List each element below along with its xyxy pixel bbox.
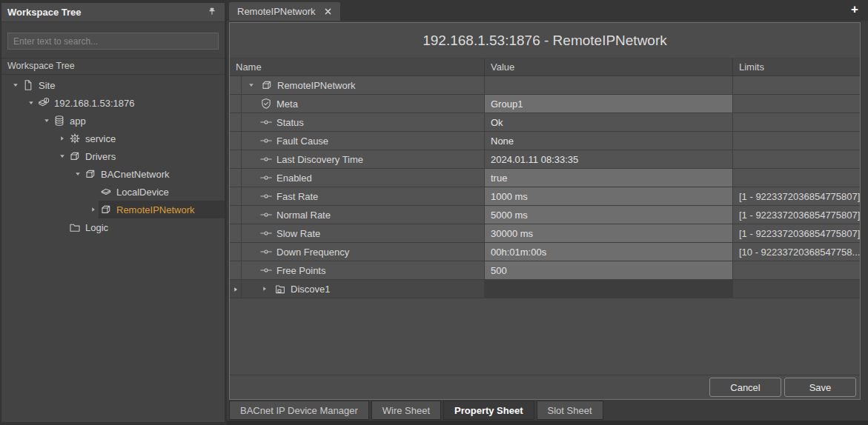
chevron-down-icon[interactable] (42, 116, 52, 126)
row-gutter (230, 95, 242, 113)
property-row[interactable]: Down Frequency00h:01m:00s[10 - 922337203… (230, 243, 860, 261)
tab-label: RemoteIPNetwork (237, 6, 315, 17)
tab-remoteipnetwork[interactable]: RemoteIPNetwork (229, 2, 340, 21)
property-name-cell: Fault Cause (242, 132, 485, 150)
property-value[interactable]: 500 (485, 261, 733, 279)
chevron-right-icon[interactable] (259, 284, 270, 294)
cancel-button[interactable]: Cancel (709, 378, 781, 397)
property-name-cell: Discove1 (242, 280, 485, 298)
view-tab-bacnet-ip-device-manager[interactable]: BACnet IP Device Manager (229, 401, 369, 420)
tree-item-body: Drivers (67, 147, 225, 165)
property-row[interactable]: Slow Rate30000 ms[1 - 922337203685477580… (230, 224, 860, 243)
search-input[interactable] (7, 33, 219, 50)
property-limits: [10 - 92233720368547758...] (733, 243, 860, 261)
property-sheet-panel: 192.168.1.53:1876 - RemoteIPNetwork Name… (229, 22, 861, 400)
property-row[interactable]: Normal Rate5000 ms[1 - 92233720368547758… (230, 206, 860, 224)
view-tab-wire-sheet[interactable]: Wire Sheet (371, 401, 441, 420)
chevron-down-icon[interactable] (246, 80, 256, 90)
property-value[interactable]: 00h:01m:00s (485, 243, 733, 261)
view-tab-property-sheet[interactable]: Property Sheet (443, 401, 534, 420)
property-table: Name Value Limits RemoteIPNetworkMetaGro… (230, 58, 860, 298)
chevron-down-icon[interactable] (10, 80, 21, 90)
tree-item-drivers[interactable]: Drivers (1, 147, 225, 165)
tree-item-logic[interactable]: Logic (1, 218, 225, 236)
property-limits: [1 - 9223372036854775807] (733, 206, 860, 224)
property-row[interactable]: MetaGroup1 (230, 95, 860, 113)
property-name: Discove1 (291, 284, 330, 295)
property-name-cell: Meta (242, 95, 485, 113)
status-strip (227, 421, 868, 425)
shield-check-icon (259, 97, 273, 110)
tree-item-label: Drivers (85, 151, 116, 162)
view-tabs: BACnet IP Device ManagerWire SheetProper… (229, 401, 603, 420)
row-gutter (230, 280, 242, 298)
tree-item-body: LocalDevice (99, 183, 225, 201)
chevron-down-icon[interactable] (73, 169, 83, 179)
column-header-limits[interactable]: Limits (733, 58, 860, 76)
tree-item-app[interactable]: app (1, 112, 225, 130)
close-icon[interactable] (324, 7, 332, 16)
property-row[interactable]: Free Points500 (230, 261, 860, 280)
action-bar: Cancel Save (230, 375, 860, 399)
property-name-cell: Fast Rate (242, 187, 485, 205)
slot-icon (259, 190, 273, 203)
chevron-down-icon[interactable] (26, 98, 36, 108)
view-tab-slot-sheet[interactable]: Slot Sheet (537, 401, 603, 420)
application-window: Workspace Tree Workspace Tree Site192.16… (0, 0, 868, 425)
folder-icon (68, 221, 82, 234)
property-name: Enabled (276, 173, 312, 184)
property-row[interactable]: StatusOk (230, 113, 860, 132)
database-icon (53, 114, 66, 127)
property-value[interactable]: Group1 (485, 95, 733, 113)
property-row[interactable]: RemoteIPNetwork (230, 76, 860, 95)
document-icon (21, 78, 35, 92)
property-name: Last Discovery Time (276, 154, 363, 165)
property-name: Meta (276, 98, 298, 110)
property-value[interactable]: true (485, 169, 733, 187)
tree-item-site[interactable]: Site (1, 76, 225, 94)
property-row[interactable]: Discove1 (230, 280, 860, 298)
property-name: Fast Rate (276, 191, 318, 202)
chevron-right-icon[interactable] (88, 204, 99, 215)
property-value[interactable]: 30000 ms (485, 224, 733, 242)
tree-item-label: Logic (85, 222, 108, 233)
slot-icon (259, 116, 273, 129)
property-limits: [1 - 9223372036854775807] (733, 224, 860, 242)
column-header-name[interactable]: Name (230, 58, 485, 76)
chevron-spacer (57, 222, 67, 232)
property-name: Normal Rate (276, 210, 331, 221)
slot-icon (259, 264, 273, 277)
tree-item-192-168-1-53-1876[interactable]: 192.168.1.53:1876 (1, 94, 225, 112)
slot-icon (259, 208, 273, 221)
component-icon (84, 167, 97, 181)
tree-item-localdevice[interactable]: LocalDevice (1, 183, 225, 201)
pin-icon[interactable] (205, 6, 219, 19)
property-value[interactable]: 5000 ms (485, 206, 733, 224)
tree-item-bacnetnetwork[interactable]: BACnetNetwork (1, 165, 225, 183)
main-region: RemoteIPNetwork + 192.168.1.53:1876 - Re… (227, 0, 868, 425)
document-tabbar: RemoteIPNetwork + (227, 0, 868, 21)
chevron-down-icon[interactable] (57, 151, 67, 161)
property-row[interactable]: Enabledtrue (230, 169, 860, 187)
tree-item-label: RemoteIPNetwork (116, 204, 194, 215)
table-header: Name Value Limits (230, 58, 860, 76)
gear-icon (68, 132, 82, 145)
row-gutter (230, 113, 242, 131)
workspace-tree: Site192.168.1.53:1876appserviceDriversBA… (1, 75, 225, 422)
row-gutter (230, 169, 242, 187)
property-value[interactable]: 1000 ms (485, 187, 733, 205)
add-tab-button[interactable]: + (848, 3, 861, 16)
chevron-right-icon[interactable] (57, 133, 67, 144)
property-row[interactable]: Fault CauseNone (230, 132, 860, 150)
property-row[interactable]: Fast Rate1000 ms[1 - 9223372036854775807… (230, 187, 860, 206)
tree-item-remoteipnetwork[interactable]: RemoteIPNetwork (1, 201, 225, 218)
property-name-cell: RemoteIPNetwork (242, 76, 485, 94)
row-gutter (230, 76, 242, 94)
tree-item-label: Site (39, 80, 55, 91)
save-button[interactable]: Save (784, 378, 856, 397)
device-icon (99, 185, 113, 198)
column-header-value[interactable]: Value (485, 58, 733, 76)
property-row[interactable]: Last Discovery Time2024.01.11 08:33:35 (230, 150, 860, 169)
row-gutter (230, 224, 242, 242)
tree-item-service[interactable]: service (1, 130, 225, 147)
